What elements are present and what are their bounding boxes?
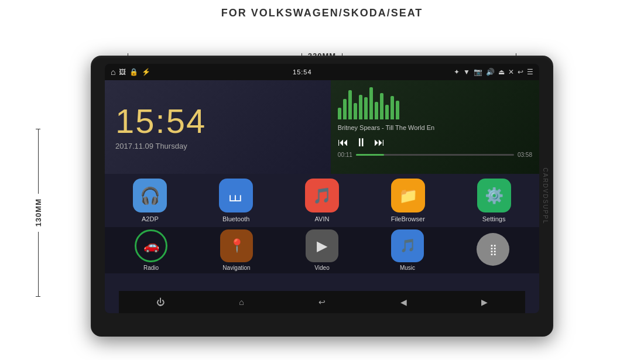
nav-bar: ⏻ ⌂ ↩ ◀ ▶	[119, 291, 525, 313]
volume-icon: 🔊	[486, 68, 495, 76]
clock-widget: 15:54 2017.11.09 Thursday	[105, 80, 331, 174]
app-navigation[interactable]: 📍 Navigation	[194, 229, 279, 271]
app-a2dp[interactable]: 🎧 A2DP	[107, 179, 193, 222]
eq-bar	[375, 102, 378, 119]
eq-bar	[359, 95, 362, 119]
music-widget[interactable]: Britney Spears - Till The World En ⏮ ⏸ ⏭…	[331, 80, 539, 174]
app-music[interactable]: 🎵 Music	[365, 229, 450, 271]
progress-area: 00:11 03:58	[338, 152, 532, 158]
play-button[interactable]: ⏸	[355, 136, 367, 149]
app-grid-row1: 🎧 A2DP ⧢ Bluetooth 🎵 AVIN �	[105, 174, 539, 227]
navigation-icon: 📍	[229, 238, 245, 253]
music-icon-bg: 🎵	[391, 229, 424, 262]
status-bar: ⌂ 🖼 🔒 ⚡ 15:54 ✦ ▼ 📷 🔊 ⏏ ✕ ↩ ☰	[105, 64, 539, 80]
eq-bar	[396, 101, 399, 119]
status-left: ⌂ 🖼 🔒 ⚡	[111, 67, 150, 77]
filebrowser-icon: 📁	[399, 187, 417, 205]
usb-icon: ⚡	[142, 68, 150, 76]
a2dp-label: A2DP	[142, 215, 159, 222]
wifi-icon: ▼	[463, 68, 470, 76]
time-elapsed: 00:11	[338, 152, 352, 158]
a2dp-icon-bg: 🎧	[133, 179, 167, 212]
radio-label: Radio	[143, 265, 159, 271]
camera-icon: 📷	[474, 68, 482, 76]
eq-bar	[390, 96, 394, 119]
home-nav-icon[interactable]: ⌂	[239, 297, 244, 307]
video-label: Video	[314, 265, 329, 271]
eq-bar	[369, 87, 373, 119]
app-grid-row2: 🚗 Radio 📍 Navigation ▶ Video	[105, 227, 539, 273]
more-apps-icon: ⣿	[489, 243, 497, 256]
status-right: ✦ ▼ 📷 🔊 ⏏ ✕ ↩ ☰	[454, 68, 533, 76]
radio-car-icon: 🚗	[143, 238, 159, 253]
app-video[interactable]: ▶ Video	[279, 229, 365, 271]
progress-fill	[356, 154, 385, 156]
app-radio[interactable]: 🚗 Radio	[108, 229, 194, 271]
skip-fwd-nav-icon[interactable]: ▶	[481, 297, 488, 307]
height-line-bottom	[38, 232, 39, 297]
car-stereo-device: ⌂ 🖼 🔒 ⚡ 15:54 ✦ ▼ 📷 🔊 ⏏ ✕ ↩ ☰ 15:54	[91, 56, 553, 337]
clock-time: 15:54	[115, 104, 320, 138]
avin-icon: 🎵	[313, 187, 331, 205]
more-icon-bg: ⣿	[477, 233, 509, 266]
skip-back-nav-icon[interactable]: ◀	[400, 297, 407, 307]
settings-gear-icon: ⚙️	[485, 187, 503, 205]
music-label: Music	[400, 265, 415, 271]
menu-icon: ☰	[527, 68, 533, 76]
height-dimension: 130MM	[34, 129, 43, 297]
time-total: 03:58	[518, 152, 532, 158]
widget-area: 15:54 2017.11.09 Thursday	[105, 80, 539, 174]
height-label: 130MM	[34, 194, 43, 231]
home-icon[interactable]: ⌂	[111, 67, 115, 77]
back-icon: ↩	[518, 68, 523, 76]
song-title: Britney Spears - Till The World En	[338, 124, 532, 131]
settings-icon-bg: ⚙️	[477, 179, 511, 212]
bluetooth-symbol-icon: ⧢	[228, 186, 244, 205]
progress-bar[interactable]	[356, 154, 514, 156]
eq-bar	[348, 90, 352, 119]
filebrowser-icon-bg: 📁	[391, 179, 425, 212]
filebrowser-label: FileBrowser	[391, 215, 425, 222]
app-bluetooth[interactable]: ⧢ Bluetooth	[193, 179, 279, 222]
clock-date: 2017.11.09 Thursday	[115, 142, 320, 150]
image-icon: 🖼	[119, 68, 126, 76]
eq-bar	[338, 108, 341, 119]
navigation-label: Navigation	[222, 265, 250, 271]
radio-icon-bg: 🚗	[135, 229, 167, 262]
music-note-icon: 🎵	[400, 238, 416, 253]
next-button[interactable]: ⏭	[374, 136, 385, 149]
power-nav-icon[interactable]: ⏻	[156, 297, 165, 307]
a2dp-icon: 🎧	[140, 186, 160, 205]
eq-bar	[380, 93, 383, 119]
avin-icon-bg: 🎵	[305, 179, 339, 212]
avin-label: AVIN	[315, 215, 330, 222]
navigation-icon-bg: 📍	[220, 229, 253, 262]
eq-bar	[385, 105, 389, 119]
eq-bar	[354, 103, 357, 119]
bluetooth-label: Bluetooth	[222, 215, 249, 222]
app-filebrowser[interactable]: 📁 FileBrowser	[365, 179, 451, 222]
close-icon: ✕	[508, 68, 514, 76]
video-icon-bg: ▶	[306, 229, 338, 262]
music-controls: ⏮ ⏸ ⏭	[338, 136, 532, 149]
app-avin[interactable]: 🎵 AVIN	[279, 179, 365, 222]
bluetooth-icon: ✦	[454, 68, 460, 76]
settings-label: Settings	[482, 215, 506, 222]
eq-bar	[364, 97, 368, 119]
back-nav-icon[interactable]: ↩	[318, 297, 326, 307]
eject-icon: ⏏	[498, 68, 505, 76]
height-line-top	[38, 129, 39, 194]
bluetooth-icon-bg: ⧢	[219, 179, 253, 212]
device-screen: ⌂ 🖼 🔒 ⚡ 15:54 ✦ ▼ 📷 🔊 ⏏ ✕ ↩ ☰ 15:54	[105, 64, 539, 313]
eq-bar	[343, 99, 347, 119]
prev-button[interactable]: ⏮	[338, 136, 348, 149]
page-title: FOR VOLKSWAGEN/SKODA/SEAT	[0, 0, 644, 19]
watermark: CARDVDSUPPL	[542, 167, 549, 224]
app-more[interactable]: ⣿	[450, 233, 536, 268]
video-play-icon: ▶	[317, 238, 327, 254]
equalizer	[338, 96, 532, 119]
status-time: 15:54	[293, 68, 312, 76]
app-settings[interactable]: ⚙️ Settings	[451, 179, 537, 222]
lock-icon: 🔒	[129, 68, 138, 76]
